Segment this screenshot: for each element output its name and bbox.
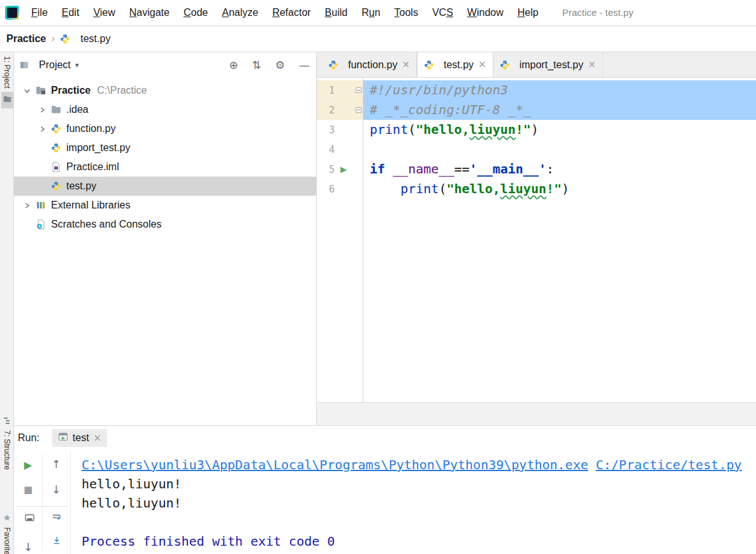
- folder-icon: [51, 105, 61, 115]
- tab-test-py[interactable]: test.py ×: [417, 52, 493, 77]
- tool-window-button-favorites[interactable]: Favorites: [0, 513, 14, 554]
- breadcrumb-file[interactable]: test.py: [80, 33, 110, 45]
- line-number: 5: [317, 164, 335, 175]
- editor-bottom-filler: [317, 402, 756, 425]
- tool-window-button-structure[interactable]: 7: Structure: [0, 416, 14, 470]
- python-file-icon: [51, 181, 61, 191]
- tree-row-function-py[interactable]: function.py: [14, 119, 316, 138]
- console-output-line: hello,liuyun!: [82, 474, 756, 493]
- code-line-5[interactable]: if __name__=='__main__':: [363, 159, 756, 179]
- run-tab-test[interactable]: test ×: [52, 429, 107, 447]
- code-line-4[interactable]: [363, 140, 756, 159]
- close-icon[interactable]: ×: [478, 60, 486, 69]
- menu-help[interactable]: Help: [511, 7, 546, 18]
- menu-analyze[interactable]: Analyze: [215, 7, 265, 18]
- run-panel: Run: test × ▶ ■ ↑ ↓: [14, 425, 756, 554]
- code-area[interactable]: #!/usr/bin/python3 # _*_coding:UTF-8 _*_…: [363, 78, 756, 402]
- run-panel-header: Run: test ×: [14, 426, 756, 450]
- stop-button[interactable]: ■: [21, 485, 35, 495]
- line-number: 4: [317, 144, 335, 156]
- chevron-right-icon[interactable]: [23, 202, 31, 209]
- code-line-2[interactable]: # _*_coding:UTF-8 _*_: [363, 100, 756, 120]
- menu-file[interactable]: File: [24, 7, 55, 18]
- run-toolbar: ▶ ■ ↑ ↓ ↓: [14, 450, 71, 554]
- menu-code[interactable]: Code: [177, 7, 215, 18]
- project-panel-header: Project ▾ ⊕ ⇅ ⚙ —: [14, 52, 316, 78]
- tree-row-practice-iml[interactable]: Practice.iml: [14, 157, 316, 177]
- breadcrumb-project[interactable]: Practice: [6, 33, 46, 45]
- toolbar-separator: [17, 506, 68, 507]
- python-file-icon: [60, 34, 70, 44]
- scratches-icon: [36, 219, 46, 230]
- python-file-icon: [51, 143, 61, 153]
- next-occurrence-button[interactable]: ↓: [49, 485, 63, 495]
- run-console[interactable]: C:\Users\yunliu3\AppData\Local\Programs\…: [71, 450, 756, 554]
- project-tool-icon: [1, 92, 13, 108]
- tool-window-label-structure: 7: Structure: [3, 430, 11, 470]
- close-icon[interactable]: ×: [402, 60, 410, 69]
- line-number: 6: [317, 184, 335, 195]
- run-label: Run:: [18, 432, 40, 444]
- project-view-selector[interactable]: Project: [39, 59, 71, 71]
- tree-row-test-py[interactable]: test.py: [14, 177, 316, 196]
- hide-panel-button[interactable]: —: [299, 60, 310, 71]
- soft-wrap-button[interactable]: [50, 513, 64, 525]
- chevron-right-icon[interactable]: [38, 106, 46, 113]
- scroll-to-end-button[interactable]: [50, 536, 64, 548]
- settings-button[interactable]: ⚙: [275, 60, 285, 71]
- tree-row-idea[interactable]: .idea: [14, 100, 316, 119]
- tree-row-external-libraries[interactable]: External Libraries: [14, 196, 316, 215]
- libraries-icon: [36, 200, 46, 210]
- code-line-3[interactable]: print("hello,liuyun!"): [363, 120, 756, 140]
- tree-row-scratches[interactable]: Scratches and Consoles: [14, 215, 316, 234]
- menu-tools[interactable]: Tools: [388, 7, 425, 18]
- prev-occurrence-button[interactable]: ↑: [49, 459, 63, 470]
- locate-file-button[interactable]: ⊕: [229, 60, 238, 71]
- script-path-link[interactable]: C:/Practice/test.py: [596, 457, 742, 472]
- menu-refactor[interactable]: Refactor: [265, 7, 317, 18]
- menu-edit[interactable]: Edit: [55, 7, 87, 18]
- menu-run[interactable]: Run: [354, 7, 387, 18]
- close-icon[interactable]: ×: [588, 60, 596, 69]
- tool-window-label-project: 1: Project: [3, 56, 11, 89]
- window-title: Practice - test.py: [562, 7, 634, 18]
- chevron-down-icon[interactable]: ▾: [75, 61, 79, 69]
- run-line-button[interactable]: ▶: [340, 165, 347, 173]
- restore-layout-button[interactable]: [23, 514, 37, 525]
- code-line-6[interactable]: print("hello,liuyun!"): [363, 179, 756, 199]
- code-editor[interactable]: 1 2 3 4 5▶ 6 #!/usr/bin/python3 # _*_cod…: [317, 78, 756, 402]
- tool-window-button-project[interactable]: 1: Project: [0, 56, 14, 108]
- favorites-tool-icon: [3, 513, 11, 524]
- fold-marker[interactable]: [356, 107, 361, 113]
- collapse-all-button[interactable]: ⇅: [252, 60, 261, 71]
- menu-navigate[interactable]: Navigate: [122, 7, 177, 18]
- menu-view[interactable]: View: [86, 7, 122, 18]
- tab-import-test-py[interactable]: import_test.py ×: [493, 52, 603, 77]
- chevron-down-icon[interactable]: [23, 87, 31, 94]
- tree-row-practice[interactable]: Practice C:\Practice: [14, 81, 316, 100]
- code-line-1[interactable]: #!/usr/bin/python3: [363, 80, 756, 100]
- tab-function-py[interactable]: function.py ×: [322, 52, 417, 77]
- editor-tab-bar: function.py × test.py × import_test.py ×: [317, 52, 756, 78]
- tree-row-import-test-py[interactable]: import_test.py: [14, 138, 316, 157]
- console-output-line: hello,liuyun!: [82, 493, 756, 513]
- left-tool-stripe: 1: Project 7: Structure Favorites: [0, 52, 14, 554]
- python-file-icon: [500, 60, 510, 70]
- iml-file-icon: [51, 162, 61, 172]
- close-icon[interactable]: ×: [94, 434, 102, 443]
- chevron-right-icon[interactable]: [38, 126, 46, 133]
- python-exe-link[interactable]: C:\Users\yunliu3\AppData\Local\Programs\…: [82, 457, 588, 472]
- project-folder-icon: [36, 85, 46, 96]
- python-file-icon: [328, 60, 338, 70]
- console-exit-line: Process finished with exit code 0: [82, 532, 756, 551]
- rerun-button[interactable]: ▶: [21, 460, 35, 470]
- editor-gutter: 1 2 3 4 5▶ 6: [317, 78, 363, 402]
- menu-vcs[interactable]: VCS: [425, 7, 460, 18]
- fold-marker[interactable]: [356, 87, 361, 93]
- menu-bar: File Edit View Navigate Code Analyze Ref…: [0, 0, 756, 26]
- scroll-down-button[interactable]: ↓: [21, 542, 35, 553]
- menu-window[interactable]: Window: [460, 7, 511, 18]
- line-number: 2: [317, 105, 335, 116]
- structure-tool-icon: [3, 416, 11, 427]
- menu-build[interactable]: Build: [318, 7, 355, 18]
